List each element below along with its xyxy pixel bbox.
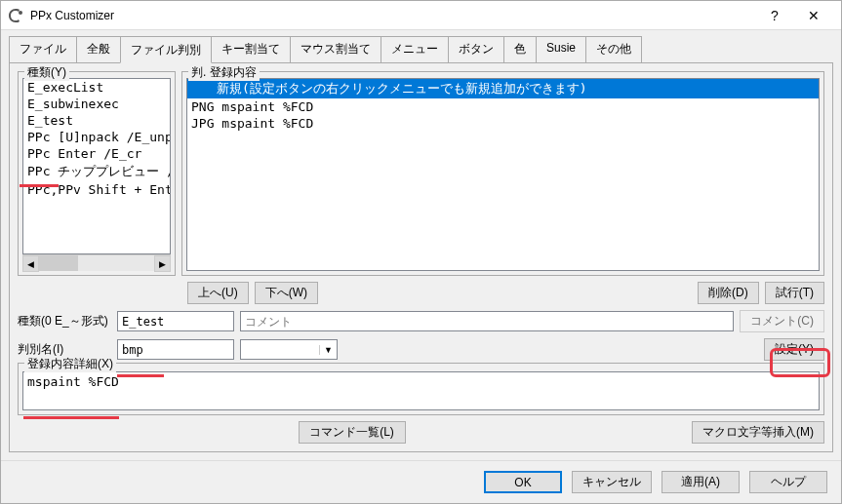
app-icon [9,8,24,23]
comment-input[interactable] [240,311,734,331]
tab-9[interactable]: その他 [585,36,642,62]
discrim-input[interactable] [117,339,234,360]
apply-button[interactable]: 適用(A) [662,471,740,493]
chevron-down-icon[interactable]: ▼ [319,345,337,355]
tab-1[interactable]: 全般 [76,36,121,62]
close-button[interactable]: ✕ [794,2,833,29]
comment-button: コメント(C) [740,310,824,332]
window-title: PPx Customizer [30,9,755,22]
kind-input[interactable] [117,311,234,331]
tab-5[interactable]: メニュー [381,36,449,62]
list-item[interactable]: JPG mspaint %FCD [187,115,819,132]
tab-panel-file-discrimination: 種類(Y) E_execListE_subwinexecE_testPPc [U… [9,62,833,452]
detail-label: 登録内容詳細(X) [24,356,116,372]
tab-strip: ファイル全般ファイル判別キー割当てマウス割当てメニューボタン色Susieその他 [1,30,841,62]
command-list-button[interactable]: コマンド一覧(L) [299,421,406,444]
tab-3[interactable]: キー割当て [211,36,291,62]
discrim-combo[interactable]: ▼ [240,339,338,360]
try-button[interactable]: 試行(T) [765,282,824,304]
svg-point-0 [19,11,22,15]
move-down-button[interactable]: 下へ(W) [255,282,318,304]
content-list-label: 判. 登録内容 [188,64,260,81]
tab-7[interactable]: 色 [503,36,537,62]
kind-list-label: 種類(Y) [24,64,69,81]
help-footer-button[interactable]: ヘルプ [749,471,827,493]
detail-textarea[interactable] [22,371,820,410]
list-item[interactable]: E_test [23,112,170,129]
kind-field-label: 種類(0 E_～形式) [18,313,111,330]
list-item[interactable]: E_execList [23,79,170,96]
set-button[interactable]: 設定(Y) [764,338,824,361]
scroll-right-arrow-icon[interactable]: ▶ [154,255,171,272]
list-item[interactable]: PPc [U]npack /E_unpack2 [23,129,170,145]
content-list-group: 判. 登録内容 新規(設定ボタンの右クリックメニューでも新規追加ができます)PN… [181,71,824,276]
move-up-button[interactable]: 上へ(U) [187,282,249,304]
list-item[interactable]: PPc Enter /E_cr [23,145,170,162]
dialog-footer: OK キャンセル 適用(A) ヘルプ [1,460,841,503]
tab-2[interactable]: ファイル判別 [120,36,212,63]
list-item[interactable]: 新規(設定ボタンの右クリックメニューでも新規追加ができます) [187,79,819,98]
list-item[interactable]: PPc,PPv Shift + Enter /E_s [23,181,170,198]
ok-button[interactable]: OK [484,471,562,493]
kind-list-group: 種類(Y) E_execListE_subwinexecE_testPPc [U… [18,71,176,276]
help-button[interactable]: ? [755,2,794,29]
app-window: PPx Customizer ? ✕ ファイル全般ファイル判別キー割当てマウス割… [0,0,842,504]
kind-list-hscroll[interactable]: ◀ ▶ [22,254,171,271]
tab-8[interactable]: Susie [536,36,586,62]
tab-0[interactable]: ファイル [9,36,77,62]
macro-insert-button[interactable]: マクロ文字等挿入(M) [692,421,824,444]
annotation-underline-detail [23,416,119,419]
list-item[interactable]: E_subwinexec [23,96,170,112]
content-listbox[interactable]: 新規(設定ボタンの右クリックメニューでも新規追加ができます)PNG mspain… [186,78,820,271]
list-item[interactable]: PNG mspaint %FCD [187,98,819,115]
detail-group: 登録内容詳細(X) [18,363,824,415]
delete-button[interactable]: 削除(D) [698,282,759,304]
cancel-button[interactable]: キャンセル [572,471,652,493]
tab-4[interactable]: マウス割当て [290,36,381,62]
titlebar: PPx Customizer ? ✕ [1,1,841,30]
tab-6[interactable]: ボタン [448,36,504,62]
kind-listbox[interactable]: E_execListE_subwinexecE_testPPc [U]npack… [22,78,171,254]
scroll-left-arrow-icon[interactable]: ◀ [22,255,39,272]
list-item[interactable]: PPc チッププレビュー /E_Ti [23,162,170,181]
